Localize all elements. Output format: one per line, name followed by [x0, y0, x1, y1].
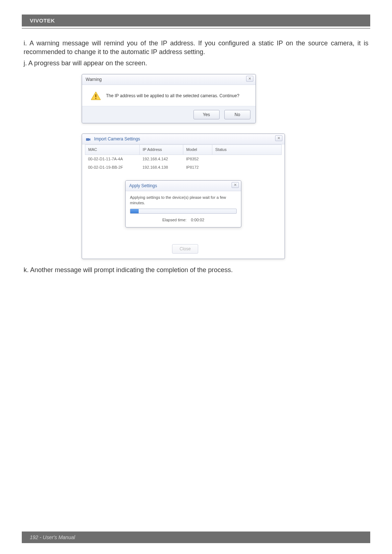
- warning-dialog-title: Warning ✕: [82, 74, 256, 85]
- list-item-i-text: A warning message will remind you of the…: [24, 40, 368, 56]
- list-item-k: k. Another message will prompt indicatin…: [24, 266, 368, 274]
- cell-ip: 192.168.4.138: [140, 163, 183, 172]
- list-item-i: i. A warning message will remind you of …: [24, 39, 368, 57]
- close-icon[interactable]: ✕: [232, 182, 239, 188]
- content-area: i. A warning message will remind you of …: [0, 39, 392, 274]
- import-dialog-title: Import Camera Settings ✕: [82, 134, 285, 144]
- camera-table-wrap: MAC IP Address Model Status 00-02-D1-11-…: [82, 144, 285, 172]
- table-header-row: MAC IP Address Model Status: [85, 145, 282, 155]
- import-dialog-footer: Close: [82, 242, 285, 254]
- col-model-header[interactable]: Model: [183, 145, 212, 155]
- apply-settings-dialog: Apply Settings ✕ Applying settings to th…: [125, 180, 241, 227]
- page-footer: 192 - User's Manual: [0, 532, 392, 543]
- list-item-i-label: i.: [24, 40, 29, 47]
- import-dialog-title-text: Import Camera Settings: [94, 136, 140, 141]
- elapsed-label: Elapsed time:: [162, 218, 187, 222]
- yes-button[interactable]: Yes: [193, 110, 220, 119]
- warning-icon: [91, 91, 101, 100]
- import-settings-dialog: Import Camera Settings ✕ MAC IP Address …: [82, 134, 285, 259]
- table-row[interactable]: 00-02-D1-19-BB-2F 192.168.4.138 IP8172: [85, 163, 282, 172]
- warning-dialog-footer: Yes No: [82, 106, 256, 123]
- elapsed-value: 0:00:02: [191, 218, 204, 222]
- cell-ip: 192.168.4.142: [140, 155, 183, 163]
- apply-dialog-body: Applying settings to the device(s) pleas…: [126, 191, 241, 227]
- cell-status: [212, 163, 282, 172]
- cell-status: [212, 155, 282, 163]
- svg-rect-1: [95, 94, 97, 97]
- table-row[interactable]: 00-02-D1-11-7A-4A 192.168.4.142 IP8352: [85, 155, 282, 163]
- no-button[interactable]: No: [224, 110, 250, 119]
- cell-model: IP8172: [183, 163, 212, 172]
- warning-message: The IP address will be applied to all th…: [106, 93, 239, 99]
- close-button: Close: [172, 244, 198, 254]
- col-mac-header[interactable]: MAC: [85, 145, 140, 155]
- header-rule: [22, 28, 370, 29]
- cell-mac: 00-02-D1-11-7A-4A: [85, 155, 140, 163]
- apply-dialog-title-text: Apply Settings: [129, 183, 157, 188]
- progress-bar-fill: [130, 209, 139, 213]
- elapsed-time: Elapsed time: 0:00:02: [130, 217, 237, 223]
- warning-dialog: Warning ✕ The IP address will be applied…: [82, 74, 256, 123]
- progress-bar: [130, 209, 237, 214]
- col-status-header[interactable]: Status: [212, 145, 282, 155]
- col-ip-header[interactable]: IP Address: [140, 145, 183, 155]
- svg-rect-3: [86, 138, 89, 141]
- apply-dialog-title: Apply Settings ✕: [126, 181, 241, 191]
- svg-marker-4: [89, 138, 90, 141]
- list-item-k-label: k.: [24, 266, 30, 274]
- warning-dialog-body: The IP address will be applied to all th…: [82, 85, 256, 106]
- close-icon[interactable]: ✕: [275, 135, 282, 141]
- cell-model: IP8352: [183, 155, 212, 163]
- camera-table: MAC IP Address Model Status 00-02-D1-11-…: [85, 144, 282, 172]
- footer-band: 192 - User's Manual: [22, 532, 370, 543]
- list-item-j: j. A progress bar will appear on the scr…: [24, 59, 368, 67]
- list-item-j-text: A progress bar will appear on the screen…: [28, 59, 147, 67]
- brand-label: VIVOTEK: [30, 17, 55, 24]
- page-header: VIVOTEK: [22, 15, 370, 26]
- camera-icon: [86, 137, 91, 141]
- apply-message: Applying settings to the device(s) pleas…: [130, 195, 237, 206]
- list-item-j-label: j.: [24, 59, 28, 67]
- svg-rect-2: [95, 98, 97, 99]
- footer-text: 192 - User's Manual: [30, 534, 75, 540]
- list-item-k-text: Another message will prompt indicating t…: [30, 266, 233, 274]
- cell-mac: 00-02-D1-19-BB-2F: [85, 163, 140, 172]
- close-icon[interactable]: ✕: [246, 76, 253, 82]
- warning-dialog-title-text: Warning: [86, 77, 102, 82]
